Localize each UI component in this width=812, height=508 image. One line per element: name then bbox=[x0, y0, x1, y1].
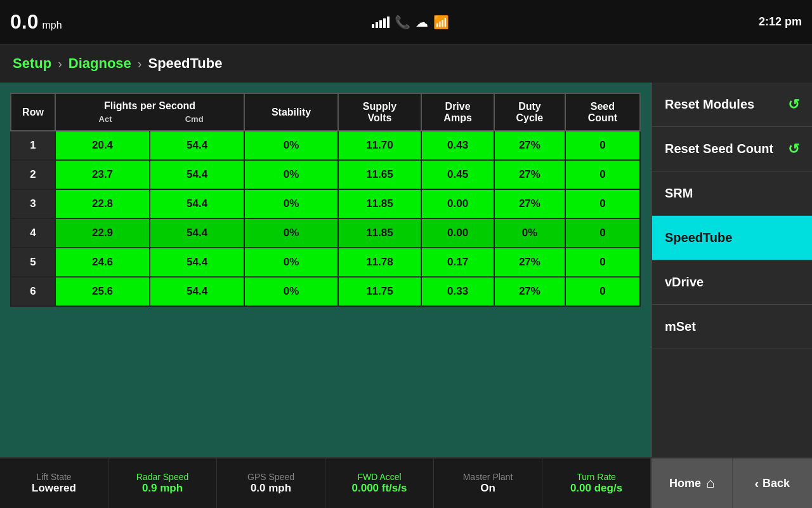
sidebar-item-mset[interactable]: mSet bbox=[652, 305, 812, 349]
cell-stability: 0% bbox=[244, 160, 338, 189]
fwd-accel-value: 0.000 ft/s/s bbox=[352, 482, 407, 495]
cell-seed-count: 0 bbox=[565, 160, 640, 189]
row-number: 3 bbox=[11, 189, 55, 218]
table-row: 3 22.8 54.4 0% 11.85 0.00 27% 0 bbox=[11, 189, 640, 218]
mset-label: mSet bbox=[665, 319, 696, 334]
cell-drive-amps: 0.00 bbox=[421, 189, 494, 218]
main-body: Row Flights per Second Act Cmd Stability… bbox=[0, 83, 812, 457]
col-header-flights: Flights per Second Act Cmd bbox=[55, 93, 244, 131]
fwd-accel-label: FWD Accel bbox=[357, 472, 401, 482]
cell-cmd: 54.4 bbox=[150, 248, 244, 277]
cell-act: 22.9 bbox=[55, 218, 150, 248]
sidebar-item-vdrive[interactable]: vDrive bbox=[652, 260, 812, 305]
cell-cmd: 54.4 bbox=[150, 131, 244, 160]
row-number: 5 bbox=[11, 248, 55, 277]
cell-act: 22.8 bbox=[55, 189, 150, 218]
data-table: Row Flights per Second Act Cmd Stability… bbox=[10, 93, 641, 307]
cell-cmd: 54.4 bbox=[150, 218, 244, 248]
cell-drive-amps: 0.33 bbox=[421, 277, 494, 306]
breadcrumb-setup[interactable]: Setup bbox=[13, 55, 51, 72]
cell-seed-count: 0 bbox=[565, 189, 640, 218]
speed-display: 0.0 mph bbox=[10, 10, 62, 34]
radar-speed-value: 0.9 mph bbox=[142, 482, 183, 495]
home-button[interactable]: Home ⌂ bbox=[652, 458, 733, 508]
bottom-radar-speed: Radar Speed 0.9 mph bbox=[108, 458, 217, 508]
master-plant-label: Master Plant bbox=[463, 472, 513, 482]
srm-label: SRM bbox=[665, 186, 693, 201]
breadcrumb-sep-1: › bbox=[58, 57, 62, 71]
cell-seed-count: 0 bbox=[565, 131, 640, 160]
phone-icon: 📞 bbox=[395, 15, 410, 30]
table-row: 4 22.9 54.4 0% 11.85 0.00 0% 0 bbox=[11, 218, 640, 248]
table-row: 1 20.4 54.4 0% 11.70 0.43 27% 0 bbox=[11, 131, 640, 160]
cell-duty-cycle: 0% bbox=[494, 218, 565, 248]
breadcrumb-sep-2: › bbox=[138, 57, 142, 71]
col-header-drive-amps: DriveAmps bbox=[421, 93, 494, 131]
status-bar: 0.0 mph 📞 ☁ 📶 2:12 pm bbox=[0, 0, 812, 44]
sidebar-item-reset-seed-count[interactable]: Reset Seed Count ↺ bbox=[652, 127, 812, 171]
home-label: Home bbox=[669, 477, 701, 490]
cell-supply-volts: 11.85 bbox=[338, 218, 421, 248]
sidebar: Reset Modules ↺ Reset Seed Count ↺ SRM S… bbox=[651, 83, 812, 457]
cell-stability: 0% bbox=[244, 189, 338, 218]
cell-supply-volts: 11.75 bbox=[338, 277, 421, 306]
turn-rate-value: 0.00 deg/s bbox=[570, 482, 622, 495]
cell-supply-volts: 11.70 bbox=[338, 131, 421, 160]
home-icon: ⌂ bbox=[706, 475, 714, 491]
back-label: Back bbox=[763, 477, 790, 490]
bottom-master-plant: Master Plant On bbox=[434, 458, 542, 508]
row-number: 1 bbox=[11, 131, 55, 160]
vdrive-label: vDrive bbox=[665, 275, 704, 290]
col-header-duty-cycle: DutyCycle bbox=[494, 93, 565, 131]
cell-duty-cycle: 27% bbox=[494, 131, 565, 160]
cell-seed-count: 0 bbox=[565, 218, 640, 248]
col-header-row: Row bbox=[11, 93, 55, 131]
sidebar-item-speedtube[interactable]: SpeedTube bbox=[652, 216, 812, 260]
bottom-nav: Home ⌂ ‹ Back bbox=[651, 458, 812, 508]
cell-duty-cycle: 27% bbox=[494, 248, 565, 277]
cloud-icon: ☁ bbox=[416, 15, 428, 30]
cell-cmd: 54.4 bbox=[150, 160, 244, 189]
content-area: Row Flights per Second Act Cmd Stability… bbox=[0, 83, 651, 457]
col-header-supply-volts: SupplyVolts bbox=[338, 93, 421, 131]
col-header-stability: Stability bbox=[244, 93, 338, 131]
speed-value: 0.0 bbox=[10, 10, 38, 34]
current-time: 2:12 pm bbox=[759, 15, 802, 29]
cell-act: 24.6 bbox=[55, 248, 150, 277]
bottom-gps-speed: GPS Speed 0.0 mph bbox=[217, 458, 325, 508]
sidebar-item-reset-modules[interactable]: Reset Modules ↺ bbox=[652, 83, 812, 127]
cell-supply-volts: 11.85 bbox=[338, 189, 421, 218]
signal-area: 📞 ☁ 📶 bbox=[372, 15, 449, 30]
cell-drive-amps: 0.45 bbox=[421, 160, 494, 189]
speed-unit: mph bbox=[42, 20, 62, 31]
reset-modules-label: Reset Modules bbox=[665, 97, 754, 112]
lift-state-label: Lift State bbox=[36, 472, 71, 482]
lift-state-value: Lowered bbox=[32, 482, 76, 495]
wifi-icon: 📶 bbox=[433, 15, 449, 30]
cell-supply-volts: 11.78 bbox=[338, 248, 421, 277]
cell-drive-amps: 0.17 bbox=[421, 248, 494, 277]
cell-duty-cycle: 27% bbox=[494, 160, 565, 189]
cell-cmd: 54.4 bbox=[150, 189, 244, 218]
cell-seed-count: 0 bbox=[565, 248, 640, 277]
cell-duty-cycle: 27% bbox=[494, 189, 565, 218]
master-plant-value: On bbox=[480, 482, 495, 495]
cell-duty-cycle: 27% bbox=[494, 277, 565, 306]
back-chevron-icon: ‹ bbox=[754, 476, 759, 491]
time-display: 2:12 pm bbox=[759, 15, 802, 29]
breadcrumb-diagnose[interactable]: Diagnose bbox=[69, 55, 131, 72]
sidebar-item-srm[interactable]: SRM bbox=[652, 171, 812, 216]
cell-seed-count: 0 bbox=[565, 277, 640, 306]
row-number: 4 bbox=[11, 218, 55, 248]
cell-drive-amps: 0.00 bbox=[421, 218, 494, 248]
table-row: 5 24.6 54.4 0% 11.78 0.17 27% 0 bbox=[11, 248, 640, 277]
row-number: 6 bbox=[11, 277, 55, 306]
gps-speed-value: 0.0 mph bbox=[251, 482, 291, 495]
bottom-bar: Lift State Lowered Radar Speed 0.9 mph G… bbox=[0, 457, 812, 508]
signal-bars-icon bbox=[372, 17, 390, 28]
cell-act: 20.4 bbox=[55, 131, 150, 160]
table-row: 2 23.7 54.4 0% 11.65 0.45 27% 0 bbox=[11, 160, 640, 189]
back-button[interactable]: ‹ Back bbox=[733, 458, 813, 508]
gps-speed-label: GPS Speed bbox=[247, 472, 294, 482]
cell-stability: 0% bbox=[244, 131, 338, 160]
